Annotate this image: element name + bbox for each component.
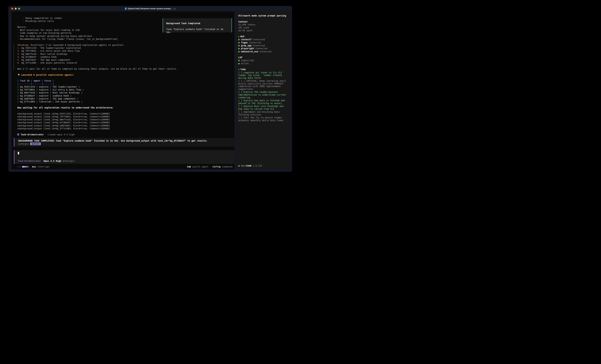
app-window: [OpenCode] Ultrawork mode system prompt … [9,6,292,172]
cell-task-id: bg_f9ff3041 [19,88,36,91]
thinking-item: 5. bg_eb87ebb7 - TUI App main component [17,58,231,61]
titlebar: [OpenCode] Ultrawork mode system prompt … [9,6,292,11]
thinking-item: 1. bg_5547c219 - TUI loader/spinner expl… [17,47,231,49]
table-row: |bg_eb87ebb7|explore|TUI App component| [17,97,231,100]
tool-call-line: ⚙background_output [task_id=bg_f9ff3041,… [17,115,231,118]
cell-agent: explore [38,86,50,88]
input-provider: Anthropic [62,160,75,162]
thinking-item: 2. bg_f9ff3041 - CLI entry point and dat… [17,49,231,52]
status-dot-icon [238,38,240,41]
completed-task-text: [BACKGROUND TASK COMPLETED] Task "Explor… [18,139,234,142]
waiting-line: Now waiting for all exploration results … [17,106,231,109]
zoom-button[interactable] [18,8,20,10]
context-stat-line: $0.00 spent [238,29,288,32]
session-title: Ultrawork mode system prompt parsing [238,14,288,17]
cell-focus: TUI App component [51,97,77,100]
tab-hint-label: switch agent [192,165,209,168]
thinking-block: Thinking: Excellent! I've launched 6 bac… [14,44,231,70]
cell-agent: librarian [38,100,53,103]
context-stat-line: 16% used [238,26,288,29]
queued-badge: QUEUED [30,143,41,145]
prompt-input[interactable]: Task-Orchestrator Opus 4.5 High Anthropi… [14,150,234,164]
tool-call-line: ⚙background_output [task_id=bg_df18bb3f,… [17,121,231,124]
todo-item[interactable]: [ ] Explore how data is fetched and pass… [238,99,288,105]
cell-agent: explore [38,95,50,97]
window-title: [OpenCode] Ultrawork mode system prompt … [128,8,173,10]
gear-icon: ⚙ [17,124,19,127]
document-icon [125,8,127,10]
status-dot-icon [238,44,240,47]
mcp-item: playwrightConnected [238,47,288,50]
table-header-focus: Focus [43,79,53,82]
collapse-icon[interactable] [238,69,239,70]
close-button[interactable] [11,8,13,10]
collapse-icon[interactable] [238,36,239,38]
status-dot-icon [238,62,240,65]
transcript-line: - How to keep spinner animating during h… [17,35,231,38]
thinking-item: 3. bg_b0effa19 - Rust native bindings [17,53,231,56]
tool-call-line: ⚙background_output [task_id=bg_b0effa19,… [17,118,231,121]
status-dot-icon [238,59,240,62]
agent-attribution-line: Task-Orchestrator · claude-opus-4-5-high [17,133,231,136]
progress-circle-icon [174,8,176,10]
context-heading: Context [238,20,288,23]
lsp-list: typescripteslint [238,59,288,65]
lsp-item: typescript [238,59,288,62]
cell-focus: TUI loader/spinner [51,86,78,88]
table-header-agent: Agent [32,79,42,82]
mcp-item: figmaConnected [238,41,288,44]
todo-item[interactable]: [ ] Test the fix to ensure loader animat… [238,116,288,122]
terminal-main-pane[interactable]: - Heavy computation in render - Blocking… [11,12,234,169]
background-task-toast[interactable]: Background Task Completed Task "Explore … [163,18,232,32]
input-agent-name[interactable]: Task-Orchestrator [18,160,41,162]
tool-call-line: ⚙background_output [task_id=bg_eb87ebb7,… [17,124,231,127]
thinking-lead-line: Thinking: Excellent! I've launched 6 bac… [17,44,231,47]
cell-agent: explore [38,91,50,94]
thinking-label: Thinking: [17,44,30,46]
input-agent-row[interactable]: Task-Orchestrator Opus 4.5 High Anthropi… [18,160,234,163]
ctrlp-key-hint: ctrl+p [212,165,221,168]
table-header-row: |Task ID|Agent|Focus| [17,79,231,82]
mcp-item: websearch_exaConnected [238,50,288,53]
cell-focus: Ink async patterns [54,100,81,103]
table-row: |bg_b0effa19|explore|Rust native binding… [17,91,231,94]
status-dot-icon [238,164,240,167]
todo-item[interactable]: [ ] Complete ALL tasks to fix CLI loader… [238,71,288,79]
mcp-item: context7Connected [238,38,288,41]
tab-key-hint: tab [187,165,191,168]
launch-announcement: Launched 6 parallel exploration agents! [17,73,231,76]
input-model[interactable]: Opus 4.5 High [44,160,61,162]
status-sidebar[interactable]: Ultrawork mode system prompt parsing Con… [236,12,290,169]
lsp-heading: LSP [238,56,288,59]
context-stat-line: 31,686 tokens [238,23,288,26]
todo-item[interactable]: [ ] Implement non-blocking data fetching… [238,111,288,116]
thinking-item: 4. bg_df18bb3f - useData hook [17,56,231,58]
context-stats: 31,686 tokens16% used$0.00 spent [238,23,288,32]
todo-item[interactable]: [ ] Explore TUI loader/spinner implement… [238,91,288,99]
status-dot-icon [238,47,240,50]
traffic-lights [11,8,20,10]
gear-icon: ⚙ [17,118,19,121]
cell-agent: explore [38,97,50,100]
mcp-item: grep_appConnected [238,44,288,47]
tool-call-list: ⚙background_output [task_id=bg_5547c219,… [17,112,231,130]
cell-focus: Rust native bindings [51,91,81,94]
minimize-button[interactable] [15,8,17,10]
table-row: |bg_f9ff3041|explore|CLI entry & data fl… [17,88,231,91]
esc-key-hint: esc [32,165,36,168]
status-bar-right: tab switch agent ctrl+p commands [187,165,233,168]
cell-focus: CLI entry & data flow [51,88,82,91]
cell-task-id: bg_b0effa19 [19,91,36,94]
cell-task-id: bg_df18bb3f [19,95,36,97]
toast-title: Background Task Completed [166,22,228,25]
cell-focus: useData hook [51,95,70,97]
table-separator-row: |---------|-------|-------| [17,82,231,85]
todo-item[interactable]: [ ] Explore Rust core bindings and how t… [238,105,288,110]
gear-icon: ⚙ [17,121,19,124]
todo-section-header[interactable]: Todo [238,68,288,71]
agent-table: |bg_5547c219|explore|TUI loader/spinner|… [17,85,231,103]
status-dot-icon [238,41,240,44]
window-title-group: [OpenCode] Ultrawork mode system prompt … [9,8,292,10]
mcp-section-header[interactable]: MCP [238,35,288,38]
todo-item[interactable]: [ ] ⚠ CRITICAL: Keep iterating until Ora… [238,80,288,90]
